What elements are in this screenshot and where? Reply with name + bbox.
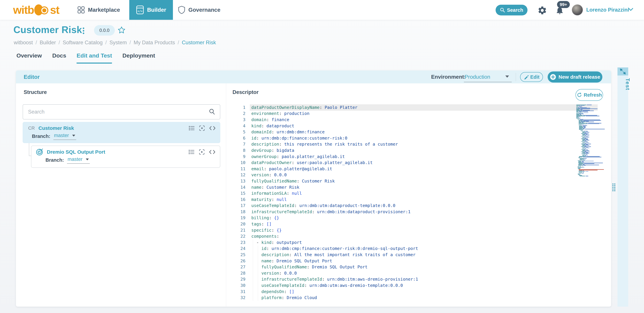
code-line: 6id: urn:dmb:dp:finance:customer-risk:0 xyxy=(235,135,418,141)
minimap-line xyxy=(576,135,609,135)
test-tab-label[interactable]: Test xyxy=(620,78,630,90)
line-number: 17 xyxy=(235,203,246,208)
code-line: 23- kind: outputport xyxy=(235,239,418,246)
minimap-line xyxy=(576,114,609,114)
minimap-line xyxy=(576,163,609,163)
plus-circle-icon xyxy=(550,74,556,80)
line-number: 28 xyxy=(235,271,246,276)
minimap-line xyxy=(576,144,609,145)
minimap-line xyxy=(576,176,609,176)
line-number: 32 xyxy=(235,295,246,300)
minimap-line xyxy=(576,113,609,114)
tree-node-customer-risk[interactable]: CR Customer Risk Branch: master xyxy=(23,122,220,143)
breadcrumb-item[interactable]: witboost xyxy=(14,39,33,46)
node-name-link[interactable]: Dremio SQL Output Port xyxy=(47,149,105,155)
tab-edit-and-test[interactable]: Edit and Test xyxy=(76,52,112,63)
code-icon[interactable] xyxy=(209,149,216,155)
line-number: 20 xyxy=(235,222,246,227)
minimap-line xyxy=(576,141,609,141)
tab-docs[interactable]: Docs xyxy=(52,52,66,63)
refresh-button[interactable]: Refresh xyxy=(576,89,603,101)
tab-deployment[interactable]: Deployment xyxy=(122,52,155,63)
line-number: 19 xyxy=(235,215,246,220)
minimap-line xyxy=(576,108,609,109)
expand-drawer-button[interactable] xyxy=(618,67,628,75)
list-icon[interactable] xyxy=(188,149,195,155)
branch-select[interactable]: master xyxy=(67,156,90,164)
focus-icon[interactable] xyxy=(199,125,205,131)
code-line: 9ownerGroup: paolo.platter_agilelab.it xyxy=(235,153,418,160)
minimap-line xyxy=(576,129,609,130)
code-icon[interactable] xyxy=(209,125,216,131)
minimap-line xyxy=(576,119,609,120)
line-number: 11 xyxy=(235,166,246,171)
drag-handle[interactable] xyxy=(612,184,616,192)
code-line: 24id: urn:dmb:cmp:finance:customer-risk:… xyxy=(235,246,418,252)
breadcrumb-separator: / xyxy=(36,39,37,46)
list-icon[interactable] xyxy=(188,125,195,131)
minimap-line xyxy=(576,139,609,139)
code-line: 30useCaseTemplateId: urn:dmb:utm:aws-dre… xyxy=(235,282,418,289)
breadcrumb-item[interactable]: My Data Products xyxy=(134,39,175,46)
witboost-logo[interactable]: witbst xyxy=(13,0,59,20)
code-line: 21specific: {} xyxy=(235,227,418,233)
line-number: 29 xyxy=(235,277,246,282)
title-kebab-menu-icon[interactable] xyxy=(82,26,85,36)
descriptor-code-editor[interactable]: 1dataProductOwnerDisplayName: Paolo Plat… xyxy=(226,104,611,305)
breadcrumb-item[interactable]: System xyxy=(110,39,127,46)
tab-overview[interactable]: Overview xyxy=(16,52,42,63)
branch-select[interactable]: master xyxy=(54,133,76,140)
user-menu[interactable]: Lorenzo Pirazzini xyxy=(586,0,629,20)
environment-label: Environment: xyxy=(431,70,466,83)
search-button[interactable]: Search xyxy=(496,5,528,15)
breadcrumb-item[interactable]: Software Catalog xyxy=(62,39,102,46)
favorite-star-icon[interactable] xyxy=(117,26,126,35)
minimap-line xyxy=(576,120,609,120)
minimap-line xyxy=(576,156,609,157)
minimap-line xyxy=(576,126,609,127)
nav-item-builder[interactable]: </> Builder xyxy=(129,0,173,20)
test-drawer-tab[interactable]: Test xyxy=(618,67,628,307)
search-icon xyxy=(500,7,505,12)
minimap-line xyxy=(576,166,609,167)
focus-icon[interactable] xyxy=(199,149,205,155)
minimap-line xyxy=(576,118,609,119)
minimap-line xyxy=(576,160,609,160)
minimap-line xyxy=(576,105,609,105)
breadcrumb-item[interactable]: Builder xyxy=(40,39,56,46)
node-name-link[interactable]: Customer Risk xyxy=(38,125,74,131)
minimap-line xyxy=(576,155,609,155)
edit-button[interactable]: Edit xyxy=(520,72,543,82)
structure-search-input[interactable] xyxy=(28,109,209,115)
tree-node-dremio-sql-output-port[interactable]: Dremio SQL Output Port Branch: master xyxy=(31,146,220,168)
settings-button[interactable] xyxy=(537,5,548,16)
environment-caret-icon[interactable] xyxy=(505,75,509,78)
structure-title: Structure xyxy=(24,89,47,95)
nav-item-label: Governance xyxy=(188,7,220,13)
minimap[interactable] xyxy=(576,105,609,185)
user-menu-chevron-down-icon[interactable] xyxy=(628,7,634,12)
code-line: 31dependsOn: [] xyxy=(235,289,418,295)
minimap-line xyxy=(576,133,609,134)
line-number: 16 xyxy=(235,197,246,202)
minimap-line xyxy=(576,141,609,142)
avatar[interactable] xyxy=(572,4,583,15)
minimap-line xyxy=(576,110,609,110)
minimap-line xyxy=(576,147,609,148)
minimap-line xyxy=(576,153,609,153)
line-number: 26 xyxy=(235,259,246,263)
minimap-line xyxy=(576,111,609,112)
minimap-line xyxy=(576,116,609,116)
environment-select[interactable]: Production xyxy=(464,70,490,83)
nav-item-governance[interactable]: Governance xyxy=(173,0,225,20)
code-line: 25description: All the most important ri… xyxy=(235,252,418,258)
minimap-line xyxy=(576,121,609,121)
minimap-line xyxy=(576,170,609,170)
minimap-line xyxy=(576,120,609,121)
branch-label: Branch: xyxy=(46,157,64,163)
code-line: 3domain: finance xyxy=(235,117,418,123)
structure-search-icon[interactable] xyxy=(209,108,215,115)
new-draft-release-button[interactable]: New draft release xyxy=(548,71,602,82)
breadcrumb-item[interactable]: Customer Risk xyxy=(182,39,216,46)
nav-item-marketplace[interactable]: Marketplace xyxy=(72,0,125,20)
